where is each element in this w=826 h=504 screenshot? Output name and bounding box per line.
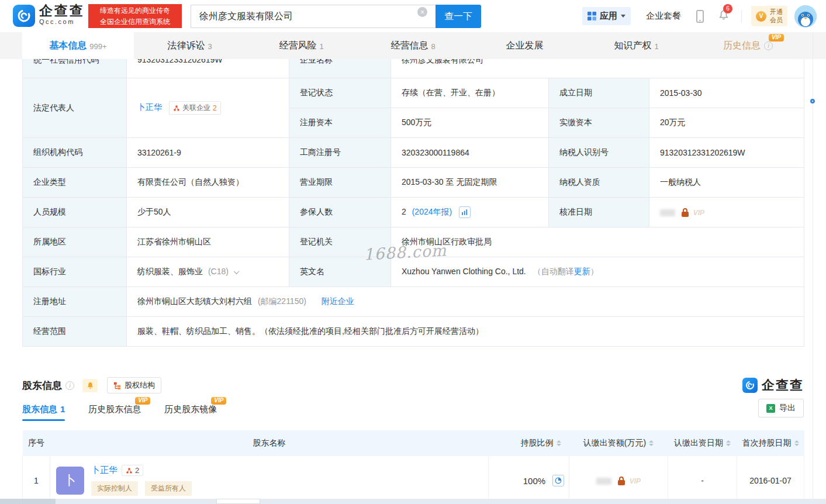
- horizontal-scrollbar[interactable]: [0, 499, 826, 504]
- shareholder-name-link[interactable]: 卜正华: [91, 465, 117, 476]
- table-header-row: 序号 股东名称 持股比例 认缴出资额(万元) 认缴出资日期: [23, 430, 804, 456]
- col-label: 认缴出资额(万元): [583, 438, 646, 448]
- search-button[interactable]: 查一下: [436, 5, 481, 28]
- company-type-value: 有限责任公司（自然人独资）: [127, 168, 289, 198]
- qcc-logo-text: 企查查: [762, 377, 804, 394]
- region-label: 所属地区: [23, 227, 127, 257]
- equity-structure-button[interactable]: 股权结构: [107, 377, 161, 393]
- search-bar: 查一下: [191, 5, 481, 28]
- blurred-value: [660, 209, 675, 216]
- tab-operating-info[interactable]: 经营信息 8: [357, 32, 469, 59]
- col-date[interactable]: 认缴出资日期: [668, 430, 737, 456]
- table-row: 注册地址 徐州市铜山区大彭镇大刘村六组 (邮编221150) 附近企业: [23, 287, 804, 317]
- lock-icon[interactable]: [617, 477, 625, 485]
- shareholder-row: 1 卜 卜正华 2: [23, 456, 804, 504]
- col-first-date[interactable]: 首次持股日期: [737, 430, 804, 456]
- legal-rep-link[interactable]: 卜正华: [137, 102, 162, 112]
- col-label: 首次持股日期: [742, 438, 792, 448]
- apps-menu-button[interactable]: 应用: [582, 7, 631, 25]
- col-label: 认缴出资日期: [674, 438, 723, 448]
- notifications-button[interactable]: 6: [718, 9, 730, 23]
- insured-label: 参保人数: [289, 198, 391, 227]
- tab-shareholders-mirror[interactable]: VIP 历史股东镜像: [164, 404, 217, 421]
- slogan-banner: 缔造有远见的商业传奇 全国企业信用查询系统: [88, 4, 182, 28]
- col-ratio[interactable]: 持股比例: [489, 430, 569, 456]
- tab-legal-litigation[interactable]: 法律诉讼 3: [134, 32, 246, 59]
- col-shareholder-name[interactable]: 股东名称: [50, 430, 489, 456]
- monitor-bell-button[interactable]: [82, 379, 98, 392]
- company-info-table: 统一社会信用代码 91320312331202619W 企业名称 徐州彦文服装有…: [22, 59, 804, 347]
- shareholders-title: 股东信息: [22, 379, 62, 392]
- vip-badge: VIP: [769, 34, 784, 42]
- lock-icon[interactable]: [681, 208, 689, 217]
- credit-code-value: 91320312331202619W: [137, 59, 223, 64]
- sort-icon[interactable]: [649, 440, 654, 446]
- vip-lock-label: VIP: [630, 477, 641, 485]
- industry-code: (C18): [208, 267, 229, 276]
- company-name-value: 徐州彦文服装有限公司: [402, 59, 483, 65]
- shareholder-avatar[interactable]: 卜: [56, 467, 84, 495]
- user-avatar[interactable]: [794, 5, 817, 27]
- tag-actual-controller: 实际控制人: [91, 481, 138, 496]
- vip-lock-label: VIP: [693, 209, 704, 217]
- tab-history-shareholders[interactable]: VIP 历史股东信息: [88, 404, 141, 421]
- auto-translate-note-end: ）: [590, 267, 599, 276]
- table-row: 国标行业 纺织服装、服饰业 (C18) 英文名 Xuzhou Yanwen Cl…: [23, 257, 804, 287]
- qcc-swirl-icon: [15, 7, 33, 25]
- col-amount[interactable]: 认缴出资额(万元): [569, 430, 668, 456]
- equity-structure-label: 股权结构: [125, 380, 155, 391]
- chevron-down-icon[interactable]: [233, 268, 239, 274]
- tab-intellectual-property[interactable]: 知识产权 1: [580, 32, 692, 59]
- english-name-value: Xuzhou Yanwen Clothing Co., Ltd.: [402, 267, 526, 276]
- insured-trend-icon[interactable]: [459, 206, 471, 218]
- annual-report-link[interactable]: (2024年报): [412, 207, 452, 216]
- open-vip-button[interactable]: 开通 会员: [751, 6, 787, 26]
- slogan-line1: 缔造有远见的商业传奇: [88, 5, 182, 16]
- nearby-companies-link[interactable]: 附近企业: [322, 296, 354, 306]
- tab-basic-info[interactable]: 基本信息 999+: [22, 32, 134, 59]
- pie-chart-icon[interactable]: [552, 475, 564, 486]
- address-label: 注册地址: [23, 287, 127, 317]
- related-companies-count: 2: [213, 104, 217, 112]
- taxpayer-id-value: 91320312331202619W: [649, 138, 804, 168]
- chevron-down-icon: [621, 15, 625, 18]
- related-companies-label: 关联企业: [182, 103, 210, 113]
- tag-beneficial-owner: 受益所有人: [145, 481, 192, 496]
- tab-label: 历史股东信息: [88, 404, 141, 414]
- taxpayer-quality-value: 一般纳税人: [649, 168, 804, 198]
- translate-update-link[interactable]: 更新: [574, 267, 590, 276]
- tab-company-development[interactable]: 企业发展: [469, 32, 580, 59]
- search-clear-icon[interactable]: [417, 7, 427, 17]
- qcc-logo-icon[interactable]: [13, 5, 35, 27]
- enterprise-package-link[interactable]: 企业套餐: [646, 11, 681, 22]
- legal-rep-label: 法定代表人: [23, 78, 127, 138]
- bell-icon: [86, 381, 95, 390]
- reg-status-label: 登记状态: [289, 78, 391, 108]
- table-row: 人员规模 少于50人 参保人数 2 (2024年报) 核准日期 VI: [23, 198, 804, 227]
- related-companies-badge[interactable]: 2: [122, 465, 143, 476]
- related-companies-badge[interactable]: 关联企业 2: [169, 101, 221, 115]
- mobile-app-icon[interactable]: [696, 10, 704, 23]
- tab-history-info[interactable]: VIP 历史信息: [692, 32, 804, 59]
- notification-count-badge: 6: [723, 4, 732, 13]
- tab-current-shareholders[interactable]: 股东信息1: [22, 404, 65, 421]
- company-type-label: 企业类型: [23, 168, 127, 198]
- tab-operating-risk[interactable]: 经营风险 1: [246, 32, 357, 59]
- export-button[interactable]: 导出: [758, 399, 804, 417]
- vip-open-line2: 会员: [770, 16, 783, 24]
- sort-icon[interactable]: [557, 440, 561, 446]
- side-anchor-dot[interactable]: [810, 99, 815, 103]
- auto-translate-note: （自动翻译: [533, 267, 574, 276]
- table-row: 经营范围 服装、鞋帽、纺织品加工、销售。（依法须经批准的项目,经相关部门批准后方…: [23, 317, 804, 347]
- sort-icon[interactable]: [726, 440, 731, 446]
- taxpayer-id-label: 纳税人识别号: [549, 138, 649, 168]
- qcc-logo-text[interactable]: 企查查 Qcc.com: [39, 3, 85, 26]
- shareholding-ratio: 100%: [523, 475, 545, 485]
- scrollbar-thumb[interactable]: [216, 499, 260, 504]
- table-row: 所属地区 江苏省徐州市铜山区 登记机关 徐州市铜山区行政审批局: [23, 227, 804, 257]
- col-index[interactable]: 序号: [23, 430, 50, 456]
- tab-label: 历史信息: [723, 40, 761, 52]
- search-input[interactable]: [191, 5, 436, 28]
- english-name-label: 英文名: [289, 257, 391, 287]
- sort-icon[interactable]: [794, 440, 799, 446]
